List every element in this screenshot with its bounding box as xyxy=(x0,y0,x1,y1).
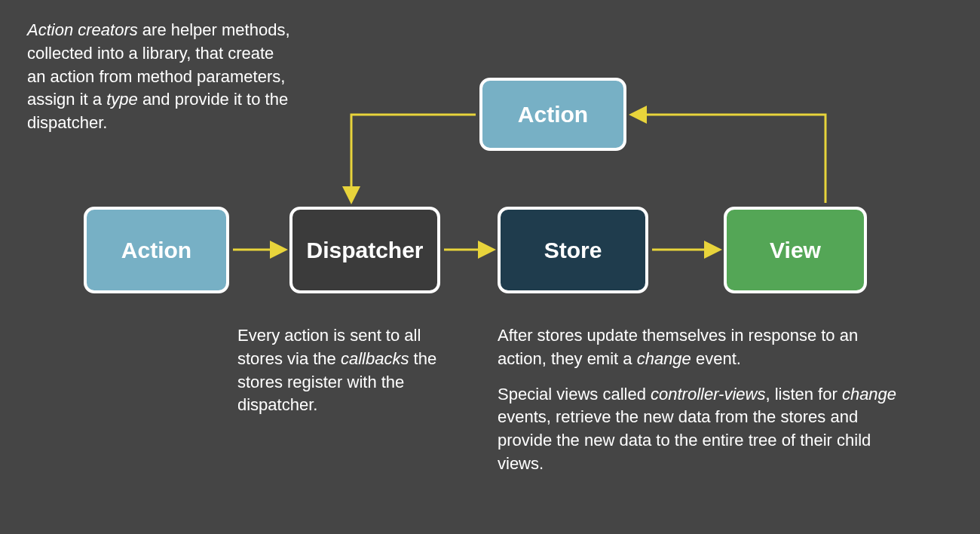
node-action-left-label: Action xyxy=(121,238,191,263)
description-dispatcher: Every action is sent to all stores via t… xyxy=(237,324,467,417)
description-store-p1: After stores update themselves in respon… xyxy=(498,324,905,371)
node-dispatcher-label: Dispatcher xyxy=(306,238,423,263)
node-store-label: Store xyxy=(544,238,602,263)
node-action-left: Action xyxy=(84,207,229,293)
description-store-p2: Special views called controller-views, l… xyxy=(498,383,905,476)
node-view: View xyxy=(724,207,867,293)
node-dispatcher: Dispatcher xyxy=(289,207,440,293)
node-store: Store xyxy=(498,207,648,293)
description-store: After stores update themselves in respon… xyxy=(498,324,905,476)
node-action-top-label: Action xyxy=(518,102,588,127)
node-view-label: View xyxy=(770,238,821,263)
arrow-view-to-action-top xyxy=(633,115,825,203)
description-action-creators: Action creators are helper methods, coll… xyxy=(27,19,296,135)
node-action-top: Action xyxy=(479,78,626,151)
arrow-action-top-to-dispatcher xyxy=(351,115,476,200)
